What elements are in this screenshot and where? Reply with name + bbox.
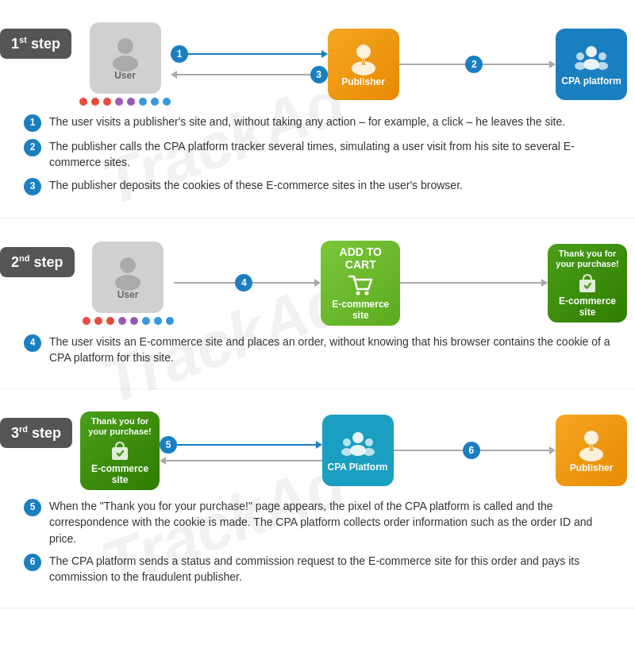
step1-descriptions: 1 The user visits a publisher's site and…	[0, 106, 635, 210]
ecom2-label: E-commerce site	[552, 295, 622, 318]
svg-point-19	[350, 445, 366, 456]
step1-section: 1st step User	[0, 14, 635, 218]
svg-point-1	[113, 56, 138, 71]
arrow6-tip	[549, 446, 556, 454]
dot2-2	[94, 317, 102, 325]
desc5-num: 5	[24, 499, 41, 516]
cpa2-box: CPA Platform	[322, 415, 394, 486]
step2-connector-right	[400, 279, 548, 287]
arrow6-row: 6	[394, 442, 556, 459]
cpa1-box: CPA platform	[556, 29, 627, 100]
ecom2-box: Thank you for your purchase! E-commerce …	[548, 244, 627, 322]
circle-num-2: 2	[465, 56, 483, 73]
step1-connector-1-3: 1 3	[171, 45, 328, 83]
desc2-text: The publisher calls the CPA platform tra…	[49, 138, 611, 171]
desc6-item: 6 The CPA platform sends a status and co…	[24, 553, 611, 585]
step2-descriptions: 4 The user visits an E-commerce site and…	[0, 326, 635, 380]
cpa2-label: CPA Platform	[328, 462, 388, 473]
desc2-num: 2	[24, 139, 41, 156]
ecom1-box: ADD TO CART E-commerce site	[321, 241, 400, 326]
svg-point-8	[576, 52, 584, 60]
step1-diagram: User 1	[71, 14, 635, 106]
bag-icon	[576, 272, 598, 294]
step1-user-box: User	[79, 22, 171, 106]
desc5-text: When the "Thank you for your purchase!" …	[49, 498, 611, 546]
arrow-ecom-tip	[541, 279, 548, 287]
circle-num-3: 3	[310, 66, 328, 83]
arrow-ecom-line	[400, 282, 541, 284]
step3-connector-5: 5	[160, 436, 321, 465]
circle-num-5: 5	[160, 436, 177, 454]
svg-point-6	[586, 46, 597, 57]
arrow5-row: 5	[160, 436, 321, 454]
user1-box: User	[90, 22, 161, 94]
person-icon	[110, 37, 140, 68]
user2-box: User	[92, 241, 164, 313]
svg-point-11	[597, 62, 608, 70]
thankyou2-text: Thank you for your purchase!	[85, 416, 155, 437]
step2-diagram: User 4	[75, 233, 636, 326]
step1-dots	[79, 98, 171, 106]
publisher-icon-2	[576, 429, 606, 461]
arrow-back-tip	[160, 457, 166, 465]
add-cart-text: ADD TO CART	[325, 245, 395, 272]
arrow-back-row	[160, 457, 321, 465]
step3-label: 3rd step	[0, 418, 72, 448]
step2-label: 2nd step	[0, 247, 75, 277]
desc5-item: 5 When the "Thank you for your purchase!…	[24, 498, 611, 546]
svg-point-14	[356, 292, 360, 295]
publisher-label: Publisher	[341, 76, 385, 87]
svg-point-9	[575, 62, 586, 70]
group-icon-1	[574, 44, 609, 74]
desc4-item: 4 The user visits an E-commerce site and…	[24, 334, 611, 366]
bag-icon-2	[109, 439, 131, 462]
arrow5-tip	[316, 441, 322, 449]
svg-point-2	[356, 44, 371, 59]
publisher-icon	[348, 43, 379, 75]
dot2-3	[106, 317, 114, 325]
dot2-8	[166, 317, 174, 325]
dot4	[115, 98, 123, 106]
desc1-item: 1 The user visits a publisher's site and…	[24, 114, 611, 132]
svg-point-0	[117, 38, 133, 54]
svg-point-13	[115, 275, 140, 291]
step3-section: 3rd step Thank you for your purchase! E-…	[0, 404, 635, 608]
step2-user-box: User	[83, 241, 174, 325]
step2-dots	[83, 317, 174, 325]
dot2-7	[154, 317, 162, 325]
svg-point-10	[598, 52, 606, 60]
arrow3-row: 3	[171, 66, 328, 83]
svg-point-12	[120, 257, 136, 273]
step3-connector-6: 6	[394, 442, 556, 459]
desc1-text: The user visits a publisher's site and, …	[49, 114, 565, 129]
person-icon-2	[113, 256, 143, 288]
arrow5-line	[177, 444, 315, 446]
cart-icon	[348, 275, 373, 297]
arrow3-tip	[171, 71, 177, 79]
arrow6-line-right	[480, 450, 549, 451]
desc4-text: The user visits an E-commerce site and p…	[49, 334, 611, 366]
arrow6-line-left	[394, 450, 463, 451]
dot2	[91, 98, 99, 106]
step2-connector-4: 4	[174, 274, 321, 292]
step3-descriptions: 5 When the "Thank you for your purchase!…	[0, 490, 635, 599]
arrow4-row: 4	[174, 274, 321, 292]
step1-connector-2: 2	[399, 56, 556, 73]
arrow1-line	[188, 53, 321, 55]
arrow4-line-right	[252, 282, 314, 284]
arrow3-line	[177, 74, 310, 75]
user1-label: User	[114, 70, 136, 81]
desc2-item: 2 The publisher calls the CPA platform t…	[24, 138, 611, 171]
step2-diagram-row: 2nd step User	[0, 233, 635, 326]
publisher-box: Publisher	[328, 29, 399, 100]
ecom3-box: Thank you for your purchase! E-commerce …	[80, 411, 160, 490]
circle-num-1: 1	[171, 45, 188, 63]
arrow2-line-left	[399, 64, 466, 65]
step3-diagram: Thank you for your purchase! E-commerce …	[72, 404, 635, 490]
dot3	[103, 98, 111, 106]
ecom3-label: E-commerce site	[85, 463, 155, 485]
svg-point-15	[365, 292, 369, 295]
dot5	[127, 98, 135, 106]
arrow4-line-left	[174, 282, 236, 284]
desc4-num: 4	[24, 334, 41, 352]
